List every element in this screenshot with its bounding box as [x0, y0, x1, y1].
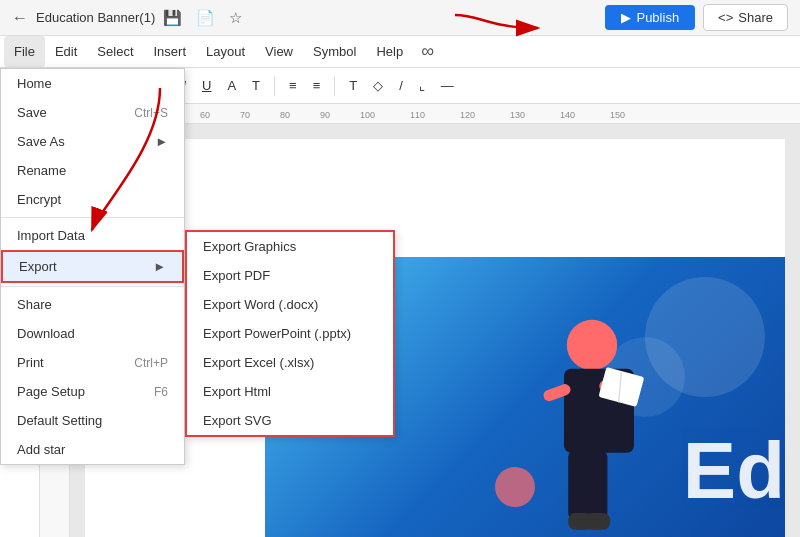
list-button[interactable]: ≡: [307, 75, 327, 96]
menu-select[interactable]: Select: [87, 36, 143, 67]
menu-save[interactable]: Save Ctrl+S: [1, 98, 184, 127]
download-label: Download: [17, 326, 75, 341]
text-button[interactable]: T: [246, 75, 266, 96]
menu-help[interactable]: Help: [366, 36, 413, 67]
menu-bar: File Edit Select Insert Layout View Symb…: [0, 36, 800, 68]
menu-home[interactable]: Home: [1, 69, 184, 98]
menu-file[interactable]: File: [4, 36, 45, 67]
pink-accent: [495, 467, 535, 507]
share-menu-label: Share: [17, 297, 52, 312]
export-svg[interactable]: Export SVG: [187, 406, 393, 435]
publish-icon: ▶: [621, 10, 631, 25]
svg-rect-5: [582, 450, 607, 520]
file-menu: Home Save Ctrl+S Save As ► Rename Encryp…: [0, 68, 185, 465]
export-arrow: ►: [153, 259, 166, 274]
export-word-label: Export Word (.docx): [203, 297, 318, 312]
svg-rect-7: [585, 513, 610, 530]
save-label: Save: [17, 105, 47, 120]
menu-rename[interactable]: Rename: [1, 156, 184, 185]
menu-save-as[interactable]: Save As ►: [1, 127, 184, 156]
print-label: Print: [17, 355, 44, 370]
title-bar-left: ← Education Banner(1) 💾 📄 ☆: [12, 9, 242, 27]
title-bar: ← Education Banner(1) 💾 📄 ☆ ▶ Publish <>…: [0, 0, 800, 36]
line-button[interactable]: /: [393, 75, 409, 96]
save-shortcut: Ctrl+S: [134, 106, 168, 120]
print-shortcut: Ctrl+P: [134, 356, 168, 370]
menu-default-setting[interactable]: Default Setting: [1, 406, 184, 435]
export-pptx[interactable]: Export PowerPoint (.pptx): [187, 319, 393, 348]
font-color-button[interactable]: A: [221, 75, 242, 96]
menu-layout[interactable]: Layout: [196, 36, 255, 67]
export-html-label: Export Html: [203, 384, 271, 399]
export-pptx-label: Export PowerPoint (.pptx): [203, 326, 351, 341]
menu-sep-2: [1, 286, 184, 287]
corner-button[interactable]: ⌞: [413, 75, 431, 96]
default-setting-label: Default Setting: [17, 413, 102, 428]
menu-symbol[interactable]: Symbol: [303, 36, 366, 67]
document-title: Education Banner(1): [36, 10, 155, 25]
menu-page-setup[interactable]: Page Setup F6: [1, 377, 184, 406]
shape-button[interactable]: ◇: [367, 75, 389, 96]
title-bar-icons: 💾 📄 ☆: [163, 9, 242, 27]
export-pdf-label: Export PDF: [203, 268, 270, 283]
import-data-label: Import Data: [17, 228, 85, 243]
banner-ed-text: Ed: [683, 425, 785, 517]
page-setup-shortcut: F6: [154, 385, 168, 399]
menu-add-star[interactable]: Add star: [1, 435, 184, 464]
export-excel-label: Export Excel (.xlsx): [203, 355, 314, 370]
underline-button[interactable]: U: [196, 75, 217, 96]
menu-export[interactable]: Export ►: [1, 250, 184, 283]
share-icon: <>: [718, 10, 733, 25]
menu-sep-1: [1, 217, 184, 218]
text-box-button[interactable]: T: [343, 75, 363, 96]
export-graphics[interactable]: Export Graphics: [187, 232, 393, 261]
menu-print[interactable]: Print Ctrl+P: [1, 348, 184, 377]
publish-button[interactable]: ▶ Publish: [605, 5, 695, 30]
export-submenu: Export Graphics Export PDF Export Word (…: [185, 230, 395, 437]
add-star-label: Add star: [17, 442, 65, 457]
share-label: Share: [738, 10, 773, 25]
export-excel[interactable]: Export Excel (.xlsx): [187, 348, 393, 377]
export-icon[interactable]: 📄: [196, 9, 215, 27]
save-as-arrow: ►: [155, 134, 168, 149]
export-graphics-label: Export Graphics: [203, 239, 296, 254]
share-button[interactable]: <> Share: [703, 4, 788, 31]
title-bar-right: ▶ Publish <> Share: [605, 4, 788, 31]
menu-download[interactable]: Download: [1, 319, 184, 348]
home-label: Home: [17, 76, 52, 91]
page-setup-label: Page Setup: [17, 384, 85, 399]
back-icon[interactable]: ←: [12, 9, 28, 27]
link-icon[interactable]: ∞: [421, 41, 434, 62]
export-pdf[interactable]: Export PDF: [187, 261, 393, 290]
export-word[interactable]: Export Word (.docx): [187, 290, 393, 319]
dash-button[interactable]: —: [435, 75, 460, 96]
person-figure: [515, 307, 655, 537]
rename-label: Rename: [17, 163, 66, 178]
menu-encrypt[interactable]: Encrypt: [1, 185, 184, 214]
align-button[interactable]: ≡: [283, 75, 303, 96]
menu-import-data[interactable]: Import Data: [1, 221, 184, 250]
export-html[interactable]: Export Html: [187, 377, 393, 406]
menu-edit[interactable]: Edit: [45, 36, 87, 67]
export-label: Export: [19, 259, 57, 274]
encrypt-label: Encrypt: [17, 192, 61, 207]
menu-insert[interactable]: Insert: [144, 36, 197, 67]
save-as-label: Save As: [17, 134, 65, 149]
menu-view[interactable]: View: [255, 36, 303, 67]
publish-label: Publish: [636, 10, 679, 25]
svg-point-0: [567, 320, 617, 370]
menu-share[interactable]: Share: [1, 290, 184, 319]
star-icon[interactable]: ☆: [229, 9, 242, 27]
export-svg-label: Export SVG: [203, 413, 272, 428]
save-doc-icon[interactable]: 💾: [163, 9, 182, 27]
